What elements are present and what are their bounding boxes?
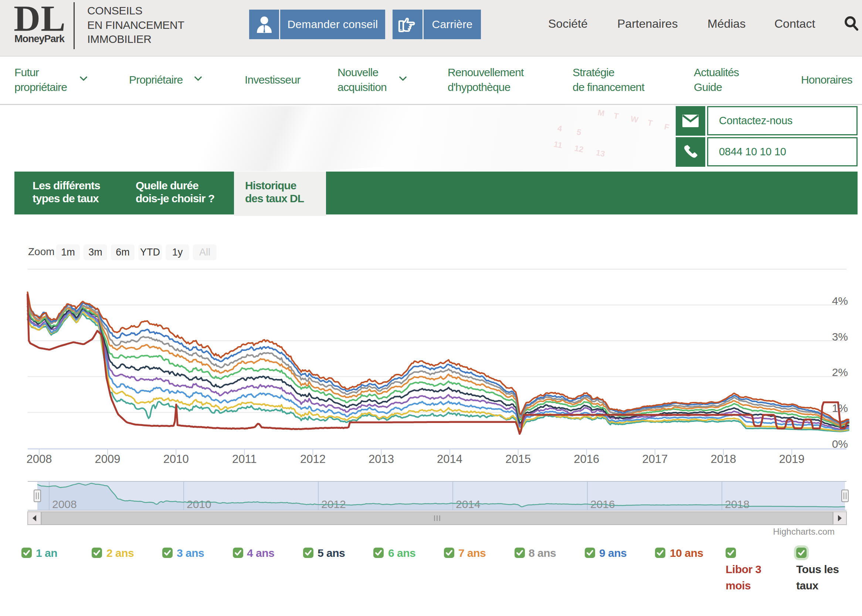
svg-text:Highcharts.com: Highcharts.com <box>773 526 835 536</box>
svg-text:2011: 2011 <box>232 453 257 465</box>
svg-text:4%: 4% <box>832 295 848 307</box>
svg-text:3%: 3% <box>832 330 848 343</box>
svg-text:2008: 2008 <box>27 453 52 465</box>
svg-text:2%: 2% <box>832 366 848 378</box>
svg-text:2016: 2016 <box>574 453 599 465</box>
svg-text:2019: 2019 <box>779 453 805 465</box>
svg-text:2018: 2018 <box>725 498 750 510</box>
svg-text:2010: 2010 <box>163 453 189 465</box>
svg-text:2010: 2010 <box>187 498 212 510</box>
svg-text:2008: 2008 <box>52 498 77 510</box>
svg-text:2015: 2015 <box>505 453 531 465</box>
svg-text:2017: 2017 <box>642 453 667 465</box>
svg-text:0%: 0% <box>832 438 848 450</box>
svg-text:2012: 2012 <box>300 453 326 465</box>
svg-text:2013: 2013 <box>369 453 394 465</box>
svg-text:1%: 1% <box>832 402 848 414</box>
svg-text:2018: 2018 <box>711 453 736 465</box>
svg-text:2009: 2009 <box>95 453 121 465</box>
svg-text:2014: 2014 <box>437 453 462 465</box>
